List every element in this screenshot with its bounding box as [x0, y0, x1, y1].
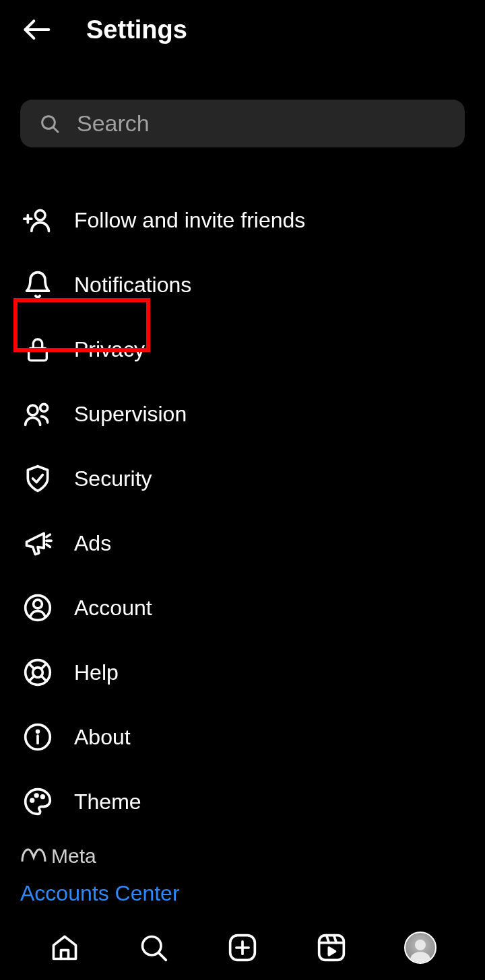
- svg-point-25: [42, 796, 44, 798]
- people-icon: [23, 399, 53, 429]
- settings-menu: Follow and invite friends Notifications …: [0, 174, 485, 847]
- avatar-icon: [404, 932, 437, 964]
- menu-item-follow-invite[interactable]: Follow and invite friends: [20, 188, 465, 252]
- menu-item-label: Account: [74, 596, 152, 621]
- footer-section: Meta Accounts Center: [20, 845, 180, 906]
- svg-point-24: [35, 794, 38, 797]
- svg-point-7: [28, 405, 38, 415]
- menu-item-label: About: [74, 725, 131, 750]
- menu-item-security[interactable]: Security: [20, 446, 465, 511]
- svg-line-19: [29, 676, 34, 681]
- svg-point-3: [35, 210, 45, 220]
- svg-line-17: [41, 676, 46, 681]
- life-buoy-icon: [23, 658, 53, 687]
- back-button[interactable]: [20, 13, 53, 46]
- home-icon: [50, 933, 79, 963]
- bottom-nav: [0, 915, 485, 980]
- menu-item-label: Security: [74, 466, 152, 491]
- nav-profile[interactable]: [404, 932, 437, 964]
- plus-square-icon: [228, 933, 257, 963]
- menu-item-label: Notifications: [74, 273, 191, 298]
- arrow-left-icon: [22, 15, 51, 44]
- svg-line-27: [158, 952, 166, 960]
- svg-rect-6: [29, 348, 47, 360]
- page-title: Settings: [86, 15, 187, 44]
- menu-item-privacy[interactable]: Privacy: [20, 317, 465, 382]
- svg-line-11: [46, 545, 51, 547]
- menu-item-supervision[interactable]: Supervision: [20, 382, 465, 446]
- menu-item-notifications[interactable]: Notifications: [20, 252, 465, 317]
- meta-logo-icon: [20, 847, 47, 866]
- search-field[interactable]: [20, 100, 465, 147]
- lock-icon: [23, 335, 53, 364]
- menu-item-account[interactable]: Account: [20, 575, 465, 640]
- meta-brand-label: Meta: [51, 845, 96, 868]
- palette-icon: [23, 787, 53, 816]
- svg-point-23: [31, 799, 34, 802]
- nav-search[interactable]: [137, 932, 170, 964]
- search-icon: [139, 933, 168, 963]
- svg-point-8: [40, 404, 48, 411]
- search-icon: [39, 113, 61, 135]
- user-circle-icon: [23, 593, 53, 623]
- menu-item-theme[interactable]: Theme: [20, 769, 465, 834]
- nav-create[interactable]: [226, 932, 259, 964]
- accounts-center-link[interactable]: Accounts Center: [20, 881, 180, 906]
- reels-icon: [317, 933, 346, 963]
- meta-brand: Meta: [20, 845, 180, 868]
- menu-item-about[interactable]: About: [20, 705, 465, 769]
- menu-item-label: Ads: [74, 531, 111, 556]
- svg-point-22: [37, 730, 39, 732]
- add-person-icon: [23, 205, 53, 235]
- header: Settings: [0, 0, 485, 59]
- svg-line-16: [29, 664, 34, 669]
- search-input[interactable]: [77, 110, 446, 137]
- svg-marker-35: [329, 948, 335, 955]
- shield-icon: [23, 464, 53, 493]
- megaphone-icon: [23, 528, 53, 558]
- bell-icon: [23, 270, 53, 300]
- menu-item-label: Supervision: [74, 402, 187, 427]
- svg-rect-31: [319, 936, 344, 960]
- menu-item-label: Follow and invite friends: [74, 208, 305, 233]
- svg-point-13: [34, 600, 42, 608]
- menu-item-help[interactable]: Help: [20, 640, 465, 705]
- menu-item-label: Theme: [74, 790, 141, 814]
- menu-item-label: Privacy: [74, 337, 145, 362]
- info-icon: [23, 722, 53, 752]
- nav-home[interactable]: [48, 932, 81, 964]
- svg-line-9: [46, 534, 51, 537]
- nav-reels[interactable]: [315, 932, 348, 964]
- svg-line-2: [53, 127, 58, 131]
- menu-item-ads[interactable]: Ads: [20, 511, 465, 575]
- menu-item-label: Help: [74, 660, 119, 685]
- svg-line-18: [41, 664, 46, 669]
